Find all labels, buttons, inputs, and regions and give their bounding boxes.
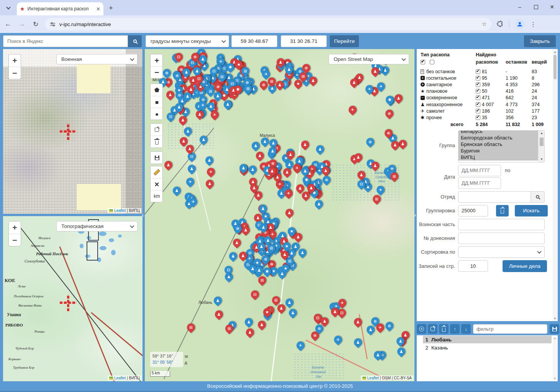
map-marker-sanitary[interactable]: ⊕: [384, 108, 395, 119]
map-marker-person[interactable]: ♟: [279, 249, 291, 260]
map-marker-hospital[interactable]: ⊞: [388, 171, 400, 182]
edit-layers-button[interactable]: [151, 124, 163, 136]
map-marker-hospital[interactable]: ⊞: [185, 321, 196, 333]
zoom-out-button[interactable]: −: [151, 66, 163, 78]
map-marker-misc[interactable]: ✱: [384, 94, 395, 105]
window-maximize-button[interactable]: [528, 0, 544, 14]
map-marker-plane[interactable]: ✈: [374, 321, 386, 333]
list-filter-input[interactable]: [473, 324, 547, 334]
map-marker-person[interactable]: ♟: [283, 64, 295, 75]
map-marker-person[interactable]: ♟: [254, 265, 265, 276]
browser-tab[interactable]: ★ Интерактивная карта раскопо ✕: [17, 2, 103, 15]
group-option[interactable]: Белгородская область: [458, 134, 538, 141]
zoom-in-button[interactable]: +: [9, 221, 21, 234]
otryad-input[interactable]: [458, 191, 531, 203]
map-marker-desecrated[interactable]: ⊟: [165, 111, 177, 123]
map-marker-plane[interactable]: ✈: [332, 334, 344, 345]
map-marker-person[interactable]: ♟: [244, 327, 256, 338]
map-marker-person[interactable]: ♟: [285, 149, 296, 160]
scroll-down-icon[interactable]: ▼: [553, 376, 557, 381]
delete-button[interactable]: [439, 324, 449, 334]
address-bar[interactable]: v-ipc.ru/map/interactive ☆: [45, 18, 491, 30]
map-marker-person[interactable]: ♟: [349, 77, 360, 88]
collapse-left-handle[interactable]: ‹: [142, 212, 144, 218]
list-scrollbar[interactable]: ▲ ▼: [553, 336, 557, 381]
browser-menu-icon[interactable]: ⋮: [530, 21, 536, 28]
move-down-button[interactable]: ↓: [461, 324, 471, 334]
select-none-checkbox[interactable]: [430, 60, 434, 64]
map-marker-person[interactable]: ♟: [284, 207, 295, 218]
map-marker-person[interactable]: ♟: [284, 297, 295, 308]
sort-select[interactable]: [458, 246, 545, 258]
topographic-layer-select[interactable]: Топографическая: [56, 221, 138, 231]
zoom-in-button[interactable]: +: [9, 54, 21, 67]
group-option[interactable]: Беларусь: [458, 130, 538, 134]
map-marker-person[interactable]: ♟: [171, 185, 183, 197]
map-marker-person[interactable]: ♟: [369, 66, 381, 77]
map-marker-plane[interactable]: ✈: [375, 80, 387, 92]
date-from-input[interactable]: [458, 165, 501, 176]
scroll-up-icon[interactable]: ▲: [553, 49, 557, 54]
map-marker-person[interactable]: ♟: [389, 139, 401, 151]
zoom-out-button[interactable]: −: [9, 234, 21, 246]
tab-search-icon[interactable]: [4, 3, 13, 13]
draw-rectangle-button[interactable]: ■: [151, 96, 163, 108]
yandex-search-button[interactable]: [128, 35, 142, 47]
mini-map-topographic[interactable]: + − Топографическая Leaflet| ВИПЦ Малукс…: [3, 216, 142, 381]
row-checkbox[interactable]: [476, 95, 480, 100]
map-marker-person[interactable]: ♟: [228, 251, 239, 262]
reload-button[interactable]: ↻: [30, 20, 41, 28]
map-marker-sanitary[interactable]: ⊕: [171, 70, 183, 82]
scroll-up-icon[interactable]: ▲: [539, 131, 544, 136]
save-list-button[interactable]: [550, 324, 559, 334]
forward-button[interactable]: →: [16, 20, 28, 28]
bookmark-star-icon[interactable]: ☆: [482, 21, 487, 28]
row-checkbox[interactable]: [476, 89, 480, 93]
add-button[interactable]: +: [417, 324, 426, 334]
map-marker-plane[interactable]: ✈: [209, 109, 220, 121]
clear-button[interactable]: [496, 205, 509, 217]
search-button[interactable]: Искать: [515, 205, 548, 217]
map-marker-hospital[interactable]: ⊞: [224, 323, 235, 334]
zoom-out-button[interactable]: −: [9, 67, 21, 79]
map-marker-person[interactable]: ♟: [165, 89, 176, 101]
latitude-input[interactable]: [231, 35, 277, 47]
map-marker-person[interactable]: ♟: [370, 160, 381, 172]
row-checkbox[interactable]: [476, 115, 480, 120]
group-option[interactable]: Брянская область: [458, 141, 538, 148]
map-marker-person[interactable]: ♟: [393, 92, 404, 104]
map-marker-person[interactable]: ♟: [254, 150, 266, 162]
map-marker-plane[interactable]: ✈: [295, 340, 306, 351]
collapse-right-handle[interactable]: ›: [414, 212, 416, 218]
map-marker-person[interactable]: ♟: [314, 144, 326, 155]
scroll-up-icon[interactable]: ▲: [553, 336, 557, 340]
map-marker-person[interactable]: ♟: [184, 143, 195, 154]
scroll-down-icon[interactable]: ▼: [553, 316, 557, 321]
map-marker-person[interactable]: ♟: [313, 198, 325, 210]
map-marker-person[interactable]: ♟: [299, 139, 311, 151]
km-unit-button[interactable]: km: [151, 190, 163, 202]
row-checkbox[interactable]: [476, 109, 480, 113]
map-marker-sanitary[interactable]: ⊕: [383, 127, 394, 139]
map-marker-planned[interactable]: ★: [281, 241, 292, 252]
map-marker-planned[interactable]: ★: [233, 59, 244, 71]
map-marker-person[interactable]: ♟: [247, 164, 258, 175]
map-marker-plane[interactable]: ✈: [260, 68, 272, 80]
map-marker-person[interactable]: ♟: [352, 337, 364, 348]
panel-scrollbar[interactable]: ▲ ▼: [553, 49, 557, 321]
list-item[interactable]: 2Казань: [423, 344, 552, 351]
draw-polygon-button[interactable]: ⬟: [151, 84, 163, 96]
map-marker-planned[interactable]: ★: [286, 225, 297, 237]
map-marker-person[interactable]: ♟: [352, 317, 364, 328]
personal-files-button[interactable]: Личные дела: [503, 260, 547, 272]
back-button[interactable]: ←: [2, 20, 14, 28]
map-marker-sanitary[interactable]: ⊕: [383, 320, 395, 332]
map-marker-person[interactable]: ♟: [256, 319, 268, 331]
report-input[interactable]: [458, 233, 545, 244]
map-marker-person[interactable]: ♟: [395, 335, 406, 347]
grouping-input[interactable]: [458, 205, 488, 217]
map-marker-planned[interactable]: ★: [262, 306, 273, 318]
new-tab-button[interactable]: +: [109, 4, 113, 12]
map-marker-person[interactable]: ♟: [306, 182, 317, 194]
window-minimize-button[interactable]: –: [512, 0, 528, 14]
